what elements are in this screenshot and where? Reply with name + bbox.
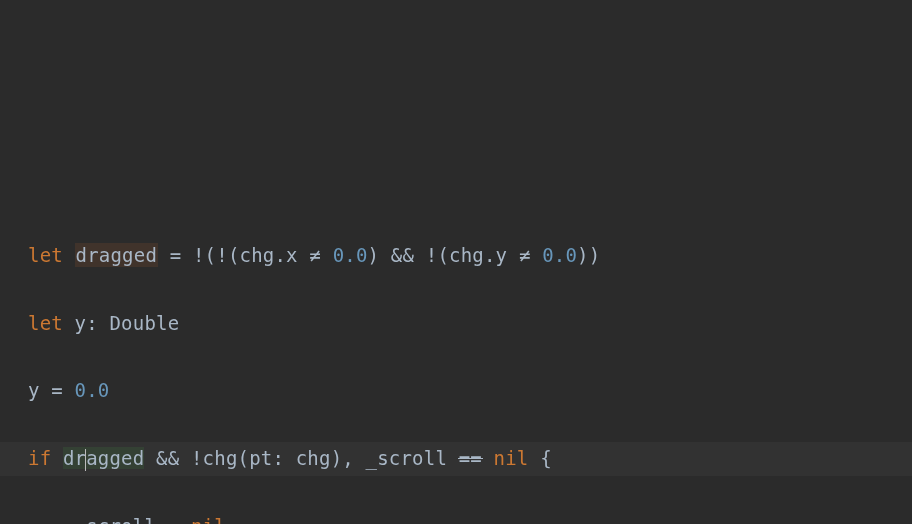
var-dragged-ref: dragged	[63, 447, 144, 469]
code-line: let y: Double	[28, 307, 884, 341]
keyword-let: let	[28, 312, 63, 334]
neq-op: ≠	[309, 244, 321, 266]
nil-literal: nil	[494, 447, 529, 469]
code-text: dr	[63, 447, 86, 469]
text-caret	[85, 449, 86, 471]
neq-op: ≠	[519, 244, 531, 266]
number-literal: 0.0	[75, 379, 110, 401]
number-literal: 0.0	[542, 244, 577, 266]
code-text: ) && !(chg.y	[368, 244, 519, 266]
code-text: _scroll =	[75, 515, 191, 524]
code-text: y:	[63, 312, 110, 334]
var-dragged-decl: dragged	[75, 243, 158, 267]
code-line-current: if dragged && !chg(pt: chg), _scroll == …	[0, 442, 912, 476]
code-line: y = 0.0	[28, 374, 884, 408]
code-text: y =	[28, 379, 75, 401]
number-literal: 0.0	[333, 244, 368, 266]
indent	[28, 515, 75, 524]
code-text: = !(!(chg.x	[158, 244, 309, 266]
code-editor[interactable]: let dragged = !(!(chg.x ≠ 0.0) && !(chg.…	[28, 205, 884, 524]
type-name: Double	[109, 312, 179, 334]
code-line: _scroll = nil	[28, 510, 884, 524]
keyword-let: let	[28, 244, 63, 266]
code-text: && !chg(pt: chg), _scroll	[144, 447, 458, 469]
code-text: {	[529, 447, 552, 469]
code-line: let dragged = !(!(chg.x ≠ 0.0) && !(chg.…	[28, 239, 884, 273]
keyword-if: if	[28, 447, 51, 469]
nil-literal: nil	[191, 515, 226, 524]
code-text: agged	[86, 447, 144, 469]
code-text: ))	[577, 244, 600, 266]
strike-eq: =	[470, 447, 482, 469]
